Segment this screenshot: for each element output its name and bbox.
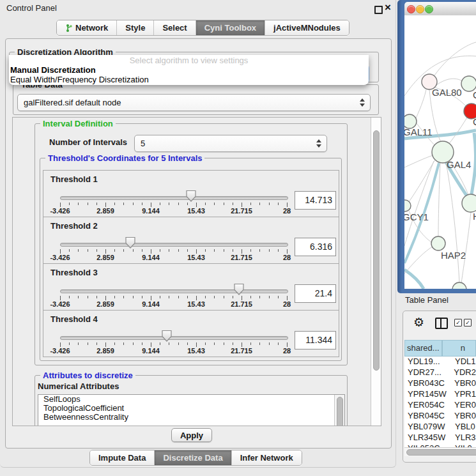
threshold-row: Threshold 3-3.4262.8599.14415.4321.71528…: [43, 263, 339, 311]
number-of-intervals-combobox[interactable]: 5: [134, 135, 327, 152]
threshold-value-field[interactable]: 11.344: [295, 331, 336, 349]
table-row[interactable]: YLR345WYLR3: [404, 433, 476, 443]
minimize-traffic-icon[interactable]: [416, 5, 424, 13]
columns-icon[interactable]: [435, 318, 448, 329]
algorithm-option-equal-width[interactable]: Equal Width/Frequency Discretization: [10, 75, 149, 84]
tab-infer-network[interactable]: Infer Network: [231, 450, 302, 465]
bottom-tab-bar: Impute DataDiscretize DataInfer Network: [89, 450, 302, 466]
gear-icon[interactable]: ⚙: [413, 315, 424, 330]
slider-track[interactable]: [60, 196, 288, 200]
checkbox-icon[interactable]: ✓: [464, 319, 472, 326]
tab-label: jActiveMNodules: [273, 23, 341, 33]
tab-style[interactable]: Style: [116, 20, 153, 35]
network-canvas[interactable]: GAL80GCGAL11GAL4GCY1HHAP2: [404, 15, 476, 289]
slider-tick: [88, 296, 88, 298]
slider-tick: [178, 342, 179, 345]
network-edge[interactable]: [404, 155, 433, 167]
network-edge[interactable]: [408, 160, 435, 203]
slider-track[interactable]: [60, 289, 288, 293]
tab-cyni-toolbox[interactable]: Cyni Toolbox: [196, 20, 265, 35]
table-row[interactable]: YDR27...YDR2: [404, 367, 476, 378]
tab-select[interactable]: Select: [153, 20, 195, 35]
network-edge[interactable]: [436, 79, 463, 85]
slider-tick: [142, 203, 142, 205]
slider-track[interactable]: [60, 336, 288, 340]
tab-jactivemnodules[interactable]: jActiveMNodules: [265, 20, 349, 35]
float-window-icon[interactable]: [374, 6, 383, 14]
checkbox-icon[interactable]: ✓: [454, 319, 462, 326]
tab-discretize-data[interactable]: Discretize Data: [154, 450, 231, 465]
slider-tick: [214, 342, 215, 345]
table-row[interactable]: YPR145WYPR1: [404, 389, 476, 400]
list-scrollbar[interactable]: [334, 395, 344, 426]
attributes-group: Attributes to discretize Numerical Attri…: [35, 375, 348, 426]
network-edge[interactable]: [434, 42, 476, 75]
threshold-value-field[interactable]: 21.4: [295, 284, 336, 303]
network-edge[interactable]: [416, 89, 426, 118]
slider-tick: [269, 296, 270, 298]
table-row[interactable]: YDL19...YDL1: [404, 357, 476, 367]
network-window-titlebar[interactable]: [404, 2, 476, 16]
slider-tick: [151, 342, 151, 347]
threshold-label: Threshold 2: [50, 221, 98, 231]
network-node-hap2[interactable]: [431, 236, 445, 250]
slider-thumb[interactable]: [161, 330, 173, 342]
column-header-name[interactable]: n: [442, 340, 476, 357]
threshold-label: Threshold 1: [50, 174, 98, 184]
slider-tick: [278, 342, 279, 345]
cell-name: YPR1: [452, 389, 476, 400]
zoom-traffic-icon[interactable]: [425, 5, 433, 13]
column-header-shared-name[interactable]: shared...: [404, 340, 442, 357]
network-node-label: H: [473, 211, 476, 222]
table-horizontal-scrollbar[interactable]: [404, 447, 476, 456]
cell-shared-name: YBR045C: [404, 411, 452, 422]
numerical-attributes-list[interactable]: SelfLoopsTopologicalCoefficientBetweenne…: [38, 394, 345, 426]
slider-tick-label: 9.144: [142, 254, 160, 261]
threshold-value-field[interactable]: 14.713: [295, 191, 336, 210]
slider-tick: [151, 296, 151, 300]
close-icon[interactable]: ×: [385, 1, 391, 14]
attribute-list-item[interactable]: SelfLoops: [38, 395, 344, 404]
slider-tick: [269, 249, 270, 252]
network-edge-thick[interactable]: [472, 133, 476, 194]
slider-thumb[interactable]: [125, 236, 136, 249]
algorithm-option-manual[interactable]: Manual Discretization: [10, 65, 96, 75]
tab-impute-data[interactable]: Impute Data: [90, 450, 154, 465]
network-edge-thick[interactable]: [404, 270, 424, 289]
network-node-gcy1[interactable]: [404, 200, 411, 211]
table-row[interactable]: YBR045CYBR0: [404, 411, 476, 422]
network-edge[interactable]: [461, 212, 471, 283]
slider-tick: [287, 342, 288, 347]
network-node[interactable]: [452, 282, 466, 289]
network-edge[interactable]: [438, 163, 440, 236]
threshold-rows: Threshold 1-3.4262.8599.14415.4321.71528…: [43, 171, 339, 357]
slider-tick: [214, 296, 215, 298]
settings-scrollbar[interactable]: [371, 118, 381, 426]
slider-tick: [287, 249, 288, 254]
table-row[interactable]: YER054CYER0: [404, 400, 476, 411]
slider-track[interactable]: [60, 243, 288, 247]
close-traffic-icon[interactable]: [407, 5, 415, 13]
slider-thumb[interactable]: [233, 283, 245, 295]
table-row[interactable]: YBR043CYBR0: [404, 378, 476, 389]
cell-shared-name: YBL079W: [404, 422, 452, 433]
slider-tick: [60, 203, 61, 207]
tab-label: Select: [162, 23, 187, 33]
slider-tick: [278, 203, 279, 205]
slider-thumb[interactable]: [185, 190, 197, 202]
network-node-h[interactable]: [462, 194, 476, 212]
attribute-list-item[interactable]: BetweennessCentrality: [38, 413, 344, 422]
slider-tick: [78, 203, 79, 205]
threshold-value-field[interactable]: 6.316: [295, 238, 336, 256]
attribute-list-item[interactable]: TopologicalCoefficient: [38, 404, 344, 413]
apply-button[interactable]: Apply: [171, 428, 212, 442]
table-row[interactable]: YBL079WYBL0: [404, 422, 476, 433]
table-data-combobox[interactable]: galFiltered.sif default node: [17, 94, 371, 111]
slider-tick: [187, 296, 188, 298]
slider-tick: [242, 249, 242, 254]
control-panel-title: Control Panel: [6, 3, 57, 13]
slider-tick: [196, 342, 197, 347]
tab-network[interactable]: Network: [57, 20, 116, 35]
slider-tick: [187, 342, 188, 345]
slider-tick: [114, 203, 115, 205]
